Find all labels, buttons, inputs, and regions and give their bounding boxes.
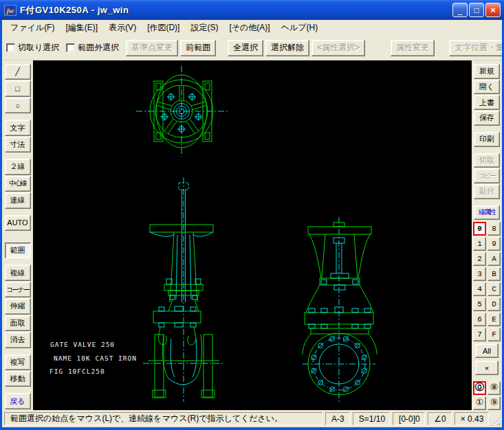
drawing-canvas[interactable]: GATE VALVE 250 NAME 10K CAST IRON FIG 10… [33, 60, 472, 410]
layer-4-button[interactable]: 4 [473, 282, 486, 296]
menu-edit[interactable]: [編集(E)] [60, 20, 103, 36]
new-file-button[interactable]: 新規 [474, 64, 500, 79]
rectangle-tool-button[interactable]: □ [5, 80, 31, 96]
status-bar: 範囲選択の始点をマウス(L)で、連続線をマウス(R)で指示してください。 A-3… [2, 410, 502, 427]
layer-grid: 0 8 1 9 2 A 3 B 4 C 5 D 6 E 7 F [473, 222, 501, 341]
menu-help[interactable]: ヘルプ(H) [276, 20, 324, 36]
two-line-tool-button[interactable]: ２線 [5, 159, 31, 174]
menu-settings[interactable]: 設定(S) [185, 20, 223, 36]
polyline-tool-button[interactable]: 連線 [5, 192, 31, 208]
layer-3-button[interactable]: 3 [473, 267, 486, 281]
line-icon: ╱ [15, 67, 20, 76]
command-toolbar: 切取り選択 範囲外選択 基準点変更 前範囲 全選択 選択解除 <属性選択> 属性… [2, 36, 502, 60]
line-attribute-button[interactable]: 線属性 [474, 205, 500, 220]
app-window: jw F付GV10K250A - jw_win _ □ × ファイル(F) [編… [0, 0, 504, 430]
overwrite-save-button[interactable]: 上書 [474, 95, 500, 110]
erase-tool-button[interactable]: 消去 [5, 332, 31, 348]
all-layers-button[interactable]: All [475, 343, 498, 358]
front-view-valve [143, 177, 224, 402]
line-tool-button[interactable]: ╱ [5, 64, 31, 80]
resize-grip[interactable] [492, 416, 501, 426]
window-title: F付GV10K250A - jw_win [20, 4, 451, 16]
outside-select-checkbox-wrap: 範囲外選択 [66, 42, 119, 54]
maximize-button[interactable]: □ [469, 3, 484, 17]
centerline-tool-button[interactable]: 中心線 [5, 176, 31, 192]
menu-view[interactable]: 表示(V) [103, 20, 142, 36]
range-select-tool-button[interactable]: 範囲 [5, 242, 31, 258]
layer-1-button[interactable]: 1 [473, 237, 486, 251]
minimize-button[interactable]: _ [452, 3, 468, 17]
text-position-button[interactable]: 文字位置・集計 [449, 40, 502, 56]
layer-group-1-button[interactable]: ① [473, 396, 486, 410]
outside-select-checkbox[interactable] [66, 43, 75, 52]
copy-tool-button[interactable]: 複写 [5, 354, 31, 370]
layer-5-button[interactable]: 5 [473, 297, 486, 311]
layer-b-button[interactable]: B [487, 267, 501, 281]
layer-a-button[interactable]: A [487, 252, 501, 266]
select-all-button[interactable]: 全選択 [228, 40, 263, 56]
offset-tool-button[interactable]: 複線 [5, 264, 31, 280]
close-button[interactable]: × [485, 3, 501, 17]
label-fig: FIG 10FCL250 [50, 367, 105, 375]
layer-2-button[interactable]: 2 [473, 252, 486, 266]
attribute-select-button[interactable]: <属性選択> [311, 40, 365, 56]
title-bar: jw F付GV10K250A - jw_win _ □ × [0, 0, 504, 20]
cut-select-label: 切取り選択 [18, 42, 59, 54]
clipboard-copy-button[interactable]: コピー [474, 168, 500, 183]
layer-group-grid: ⓪ ⑧ ① ⑨ [473, 381, 501, 410]
dimension-tool-button[interactable]: 寸法 [5, 137, 31, 152]
deselect-button[interactable]: 選択解除 [265, 40, 309, 56]
attribute-change-button[interactable]: 属性変更 [391, 40, 435, 56]
top-view-handwheel [136, 66, 228, 157]
cad-drawing: GATE VALVE 250 NAME 10K CAST IRON FIG 10… [33, 60, 472, 410]
paper-size-field[interactable]: A-3 [325, 412, 350, 425]
left-tool-panel: ╱ □ ○ 文字 寸法 ２線 中心線 連線 AUTO 範囲 複線 コーナー 伸縮… [2, 60, 33, 410]
corner-tool-button[interactable]: コーナー [5, 282, 31, 297]
menu-other[interactable]: [その他(A)] [223, 20, 275, 36]
layer-group-0-button[interactable]: ⓪ [473, 381, 486, 395]
move-tool-button[interactable]: 移動 [5, 371, 31, 387]
save-as-button[interactable]: 保存 [474, 111, 500, 126]
label-gate-valve: GATE VALVE 250 [50, 341, 115, 348]
cut-select-checkbox-wrap: 切取り選択 [6, 42, 59, 54]
layer-state-field[interactable]: [0-0]0 [393, 412, 425, 425]
back-button[interactable]: 戻る [5, 393, 31, 409]
layer-f-button[interactable]: F [487, 328, 501, 341]
layer-8-button[interactable]: 8 [487, 222, 501, 236]
scale-field[interactable]: S=1/10 [353, 412, 390, 425]
cut-button[interactable]: 切取 [474, 153, 500, 168]
circle-tool-button[interactable]: ○ [5, 98, 31, 113]
cut-select-checkbox[interactable] [6, 43, 15, 52]
right-tool-panel: 新規 開く 上書 保存 印刷 切取 コピー 貼付 線属性 0 8 1 9 2 A… [472, 60, 502, 410]
layer-7-button[interactable]: 7 [473, 328, 486, 341]
angle-field[interactable]: ∠0 [428, 412, 452, 425]
menu-bar: ファイル(F) [編集(E)] 表示(V) [作図(D)] 設定(S) [その他… [2, 20, 502, 36]
layer-group-8-button[interactable]: ⑧ [487, 381, 501, 395]
extend-tool-button[interactable]: 伸縮 [5, 298, 31, 314]
chamfer-tool-button[interactable]: 面取 [5, 315, 31, 331]
rectangle-icon: □ [15, 84, 20, 93]
auto-tool-button[interactable]: AUTO [5, 215, 31, 231]
layer-e-button[interactable]: E [487, 313, 501, 326]
layer-9-button[interactable]: 9 [487, 237, 501, 251]
main-area: ╱ □ ○ 文字 寸法 ２線 中心線 連線 AUTO 範囲 複線 コーナー 伸縮… [2, 60, 502, 410]
text-tool-button[interactable]: 文字 [5, 120, 31, 135]
open-file-button[interactable]: 開く [474, 80, 500, 95]
layer-d-button[interactable]: D [487, 297, 501, 311]
label-name: NAME 10K CAST IRON [54, 354, 137, 362]
layer-0-button[interactable]: 0 [473, 222, 486, 236]
layer-close-button[interactable]: × [475, 361, 498, 375]
end-view-valve [303, 217, 377, 404]
print-button[interactable]: 印刷 [474, 132, 500, 147]
menu-draw[interactable]: [作図(D)] [142, 20, 185, 36]
layer-6-button[interactable]: 6 [473, 313, 486, 326]
paste-button[interactable]: 貼付 [474, 184, 500, 199]
previous-range-button[interactable]: 前範囲 [180, 40, 216, 56]
layer-group-9-button[interactable]: ⑨ [487, 396, 501, 410]
menu-file[interactable]: ファイル(F) [5, 20, 60, 36]
zoom-field[interactable]: × 0.43 [454, 412, 489, 425]
status-message: 範囲選択の始点をマウス(L)で、連続線をマウス(R)で指示してください。 [4, 412, 322, 425]
layer-c-button[interactable]: C [487, 282, 501, 296]
base-point-change-button[interactable]: 基準点変更 [126, 40, 178, 56]
app-icon: jw [4, 5, 17, 16]
